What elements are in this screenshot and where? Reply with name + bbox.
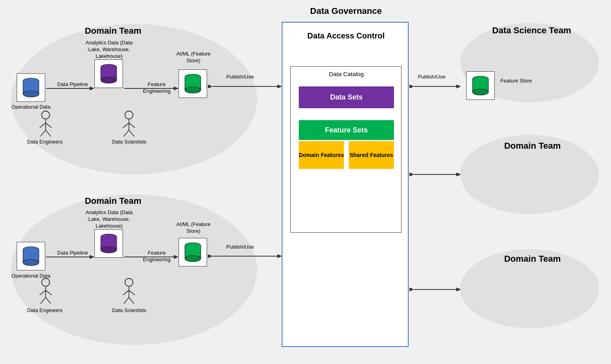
svg-marker-74: [409, 287, 414, 291]
svg-marker-71: [409, 172, 414, 176]
data-scientists-figure-bottom: [119, 278, 139, 307]
arrow-publish-use-bottom: [208, 252, 282, 260]
svg-line-19: [40, 130, 46, 136]
arrow-op-to-analytics-top: [46, 84, 96, 92]
arrow-publish-use-right: [409, 82, 461, 90]
data-scientists-label-bottom: Data Scientists: [110, 307, 148, 314]
arrow-analytics-to-aiml-bottom: [124, 253, 180, 261]
domain-team-top-title: Domain Team: [61, 26, 165, 36]
svg-marker-70: [456, 84, 461, 88]
feature-sets-bar: Feature Sets: [299, 120, 394, 140]
data-catalog-box: Data Catalog Data Sets Feature Sets Doma…: [290, 66, 402, 233]
data-governance-title: Data Governance: [282, 6, 409, 16]
operational-data-box-top: [17, 73, 45, 102]
svg-line-26: [129, 130, 134, 136]
svg-line-20: [46, 130, 51, 136]
data-access-control-label: Data Access Control: [282, 31, 409, 40]
domain-team-right1-title: Domain Team: [485, 141, 580, 151]
feature-store-box-right: [466, 71, 495, 100]
svg-marker-61: [174, 255, 179, 259]
data-governance-box: Data Governance Data Access Control Data…: [282, 22, 409, 347]
publish-use-label-right: Publish/Use: [412, 74, 452, 80]
analytics-data-label-top: Analytics Data (Data Lake, Warehouse, La…: [83, 40, 135, 60]
svg-marker-28: [90, 86, 94, 90]
svg-point-2: [23, 91, 39, 97]
diagram-container: Domain Team Operational Data Analytics D…: [0, 0, 611, 364]
data-engineers-label-bottom: Data Engineers: [27, 307, 63, 314]
data-catalog-label: Data Catalog: [291, 71, 402, 77]
domain-features-label: Domain Features: [299, 151, 344, 159]
domain-features-box: Domain Features: [299, 141, 344, 169]
svg-line-48: [40, 290, 46, 295]
svg-point-52: [125, 278, 133, 286]
analytics-data-box-bottom: [94, 229, 123, 258]
data-engineers-figure-top: [36, 110, 56, 140]
svg-point-12: [185, 87, 201, 93]
svg-marker-67: [277, 254, 282, 258]
shared-features-box: Shared Features: [349, 141, 394, 169]
data-scientists-label-top: Data Scientists: [110, 139, 148, 146]
svg-line-25: [124, 130, 129, 136]
svg-marker-68: [409, 84, 414, 88]
svg-line-18: [46, 123, 52, 128]
arrow-op-to-analytics-bottom: [46, 253, 96, 261]
svg-point-15: [42, 111, 50, 119]
operational-data-box-bottom: [17, 242, 45, 270]
svg-marker-64: [277, 84, 282, 88]
aiml-label-bottom: AI/ML (Feature Store): [171, 221, 216, 235]
svg-line-51: [46, 297, 51, 304]
domain-team-right2-title: Domain Team: [485, 254, 580, 264]
arrow-publish-use-top: [208, 82, 282, 90]
domain-team-bottom-title: Domain Team: [61, 196, 165, 206]
arrow-right-bottom: [409, 285, 461, 293]
svg-line-55: [129, 290, 135, 295]
data-sets-bar: Data Sets: [299, 86, 394, 108]
feature-store-label-right: Feature Store: [498, 78, 534, 84]
aiml-box-bottom: [179, 238, 207, 266]
data-scientists-figure-top: [119, 110, 139, 140]
svg-line-57: [129, 297, 134, 304]
data-engineers-label-top: Data Engineers: [27, 139, 63, 146]
svg-point-21: [125, 111, 133, 119]
data-engineers-figure-bottom: [36, 278, 56, 307]
svg-marker-62: [208, 84, 213, 88]
svg-line-54: [123, 290, 129, 295]
svg-marker-59: [90, 255, 94, 259]
aiml-label-top: AI/ML (Feature Store): [171, 51, 216, 64]
shared-features-label: Shared Features: [350, 151, 393, 159]
arrow-analytics-to-aiml-top: [124, 84, 180, 92]
svg-line-24: [129, 123, 135, 128]
svg-marker-65: [208, 254, 213, 258]
svg-line-56: [124, 297, 129, 304]
svg-point-33: [23, 259, 39, 266]
arrow-right-middle: [409, 171, 461, 178]
svg-point-43: [185, 255, 201, 262]
data-sets-label: Data Sets: [330, 93, 363, 102]
svg-point-79: [473, 89, 488, 95]
svg-marker-76: [456, 287, 461, 291]
svg-line-49: [46, 290, 52, 295]
svg-line-50: [40, 297, 46, 304]
svg-marker-30: [174, 86, 179, 90]
operational-data-label-top: Operational Data: [11, 104, 51, 111]
svg-line-23: [123, 123, 129, 128]
svg-point-7: [101, 77, 117, 83]
svg-point-46: [42, 278, 50, 286]
svg-line-17: [40, 123, 46, 128]
analytics-data-box-top: [94, 59, 123, 88]
analytics-data-label-bottom: Analytics Data (Data Lake, Warehouse, La…: [83, 209, 135, 230]
data-science-team-title: Data Science Team: [470, 25, 593, 36]
aiml-box-top: [179, 69, 207, 98]
svg-point-38: [101, 247, 117, 253]
svg-marker-73: [456, 172, 461, 176]
feature-sets-label: Feature Sets: [325, 126, 368, 134]
publish-use-label-bottom: Publish/Use: [220, 244, 260, 251]
publish-use-label-top: Publish/Use: [220, 74, 260, 80]
